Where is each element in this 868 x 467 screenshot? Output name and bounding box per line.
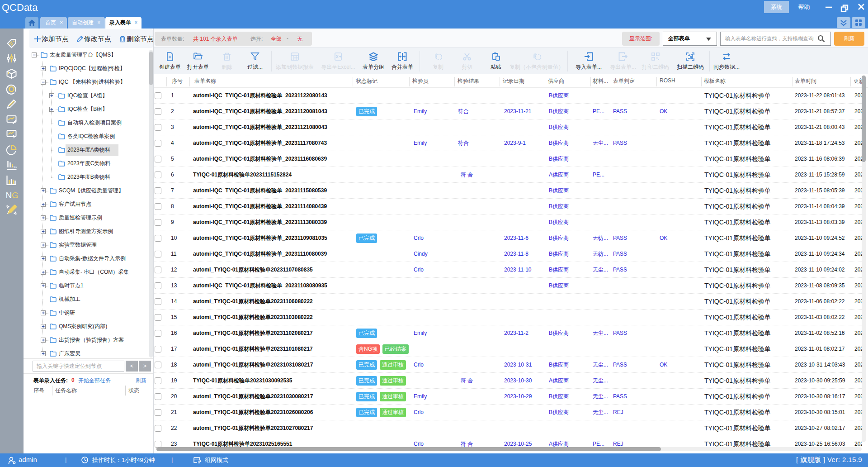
svg-text:CPK: CPK: [12, 166, 17, 169]
svg-text:G: G: [12, 191, 18, 200]
svg-text:N: N: [6, 191, 12, 200]
